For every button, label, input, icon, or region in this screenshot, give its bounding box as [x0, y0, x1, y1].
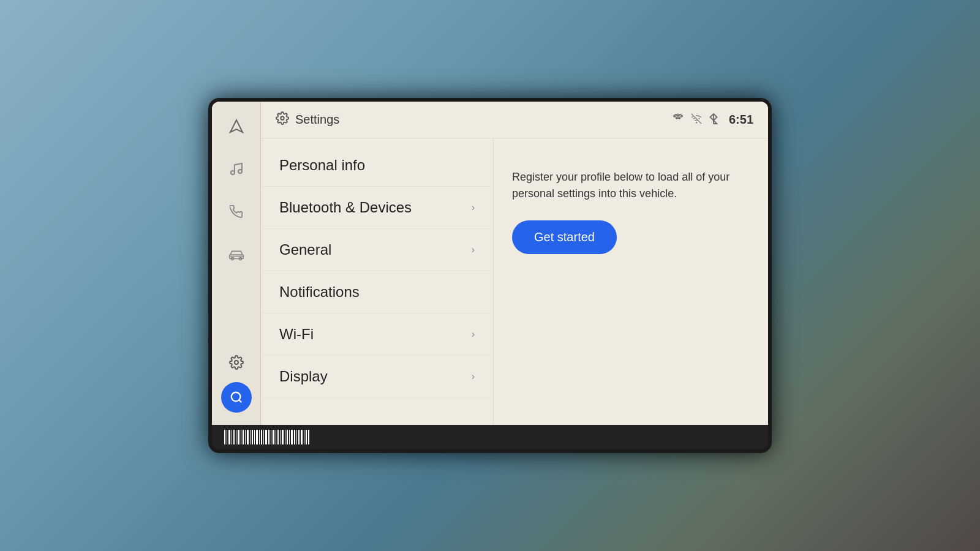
svg-rect-17: [236, 430, 236, 444]
svg-rect-38: [285, 430, 285, 444]
header-right: 6:51: [673, 113, 753, 127]
svg-rect-36: [280, 430, 281, 444]
clock-time: 6:51: [729, 113, 753, 127]
info-panel: Register your profile below to load all …: [494, 138, 768, 425]
svg-rect-28: [261, 430, 262, 444]
menu-item-label-display: Display: [279, 368, 328, 385]
chevron-icon-display: ›: [472, 371, 475, 382]
svg-rect-46: [304, 430, 304, 444]
svg-point-10: [696, 122, 697, 123]
svg-marker-0: [230, 120, 243, 132]
menu-item-personal-info[interactable]: Personal info: [261, 144, 493, 187]
sidebar-icon-settings[interactable]: [224, 350, 249, 375]
svg-rect-30: [265, 430, 267, 444]
svg-rect-41: [291, 430, 293, 444]
svg-rect-29: [263, 430, 264, 444]
svg-rect-37: [282, 430, 284, 444]
menu-item-label-notifications: Notifications: [279, 283, 360, 301]
svg-rect-43: [296, 430, 297, 444]
barcode-svg: [224, 429, 310, 446]
svg-rect-44: [298, 430, 300, 444]
svg-point-8: [281, 116, 284, 120]
bottom-bar: [212, 425, 768, 449]
signal-icon: [673, 113, 684, 126]
svg-rect-32: [271, 430, 271, 444]
settings-header-icon: [276, 111, 289, 128]
menu-item-label-personal-info: Personal info: [279, 157, 365, 174]
svg-point-7: [231, 392, 240, 402]
main-content: Settings: [261, 102, 768, 425]
sidebar-icon-navigation[interactable]: [224, 114, 249, 138]
svg-rect-47: [306, 430, 307, 444]
svg-rect-35: [277, 430, 279, 444]
menu-item-label-wifi: Wi-Fi: [279, 326, 314, 343]
svg-point-2: [238, 170, 242, 173]
svg-rect-12: [224, 430, 225, 444]
svg-rect-13: [227, 430, 227, 444]
bluetooth-icon: [709, 113, 718, 127]
info-description: Register your profile below to load all …: [512, 169, 750, 202]
menu-panel: Personal info Bluetooth & Devices › Gene…: [261, 138, 494, 425]
menu-item-bluetooth-devices[interactable]: Bluetooth & Devices ›: [261, 187, 493, 229]
menu-item-display[interactable]: Display ›: [261, 356, 493, 398]
svg-point-1: [231, 171, 235, 174]
menu-item-general[interactable]: General ›: [261, 229, 493, 271]
svg-rect-18: [238, 430, 239, 444]
header: Settings: [261, 102, 768, 138]
svg-rect-20: [243, 430, 244, 444]
chevron-icon-wifi: ›: [472, 329, 475, 340]
sidebar: [212, 102, 261, 425]
svg-rect-14: [228, 430, 230, 444]
menu-item-label-general: General: [279, 241, 331, 258]
svg-rect-19: [241, 430, 241, 444]
content-panels: Personal info Bluetooth & Devices › Gene…: [261, 138, 768, 425]
svg-rect-16: [233, 430, 235, 444]
header-title: Settings: [276, 111, 339, 128]
menu-item-notifications[interactable]: Notifications: [261, 271, 493, 313]
svg-rect-23: [250, 430, 251, 444]
svg-rect-15: [232, 430, 232, 444]
sidebar-icon-phone[interactable]: [224, 200, 249, 224]
car-screen: Settings: [208, 98, 772, 453]
svg-rect-22: [247, 430, 249, 444]
sidebar-icon-search[interactable]: [221, 382, 252, 413]
menu-item-label-bluetooth: Bluetooth & Devices: [279, 199, 412, 216]
chevron-icon-bluetooth: ›: [472, 202, 475, 213]
sidebar-icon-music[interactable]: [224, 157, 249, 181]
svg-rect-34: [276, 430, 276, 444]
get-started-button[interactable]: Get started: [512, 220, 617, 254]
svg-rect-25: [254, 430, 255, 444]
menu-item-wifi[interactable]: Wi-Fi ›: [261, 313, 493, 356]
svg-rect-40: [289, 430, 290, 444]
svg-rect-24: [252, 430, 253, 444]
wifi-icon: [691, 113, 702, 126]
sidebar-icon-car[interactable]: [224, 242, 249, 267]
svg-rect-42: [294, 430, 295, 444]
svg-rect-48: [308, 430, 309, 444]
chevron-icon-general: ›: [472, 244, 475, 255]
svg-rect-45: [301, 430, 303, 444]
svg-rect-21: [245, 430, 246, 444]
svg-point-6: [235, 361, 238, 364]
svg-rect-26: [256, 430, 258, 444]
svg-rect-39: [287, 430, 288, 444]
svg-rect-27: [259, 430, 260, 444]
page-title: Settings: [295, 113, 339, 127]
svg-rect-31: [268, 430, 270, 444]
svg-rect-33: [273, 430, 274, 444]
